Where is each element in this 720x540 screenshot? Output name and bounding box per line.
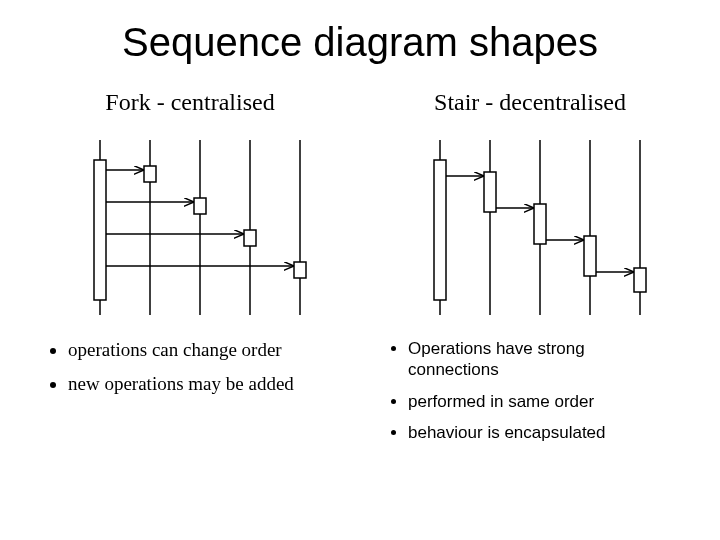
right-column: Stair - decentralised [380, 89, 680, 453]
svg-rect-27 [634, 268, 646, 292]
fork-diagram [60, 130, 320, 320]
list-item: performed in same order [408, 391, 680, 412]
left-bullets: operations can change order new operatio… [40, 338, 340, 396]
stair-diagram [400, 130, 660, 320]
list-item: operations can change order [68, 338, 340, 362]
svg-rect-11 [194, 198, 206, 214]
svg-rect-10 [144, 166, 156, 182]
left-column: Fork - centralised [40, 89, 340, 453]
svg-rect-12 [244, 230, 256, 246]
columns: Fork - centralised [40, 89, 680, 453]
svg-rect-23 [534, 204, 546, 244]
svg-rect-13 [294, 262, 306, 278]
svg-rect-25 [584, 236, 596, 276]
right-subtitle: Stair - decentralised [380, 89, 680, 116]
svg-rect-19 [434, 160, 446, 300]
slide: Sequence diagram shapes Fork - centralis… [0, 0, 720, 473]
page-title: Sequence diagram shapes [40, 20, 680, 65]
list-item: Operations have strong connections [408, 338, 680, 381]
svg-rect-21 [484, 172, 496, 212]
right-bullets: Operations have strong connections perfo… [380, 338, 680, 443]
list-item: new operations may be added [68, 372, 340, 396]
svg-rect-5 [94, 160, 106, 300]
list-item: behaviour is encapsulated [408, 422, 680, 443]
left-subtitle: Fork - centralised [40, 89, 340, 116]
